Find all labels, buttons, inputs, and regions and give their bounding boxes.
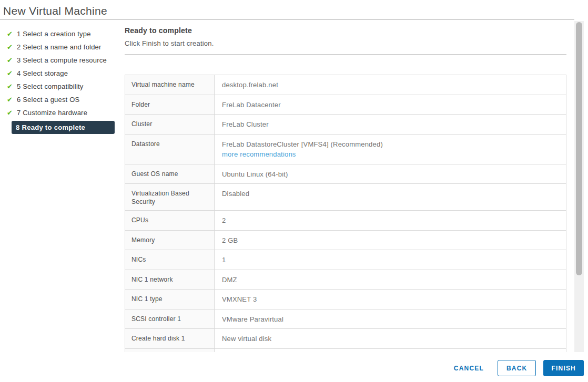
table-row: DatastoreFreLab DatastoreCluster [VMFS4]… (125, 135, 566, 164)
table-row: ClusterFreLab Cluster (125, 115, 566, 135)
step-item[interactable]: ✔2 Select a name and folder (0, 40, 125, 54)
step-label: 4 Select storage (17, 69, 68, 77)
step-label: 2 Select a name and folder (17, 43, 102, 51)
row-label: Virtual machine name (125, 75, 215, 95)
table-row: FolderFreLab Datacenter (125, 95, 566, 115)
row-label: SCSI controller 1 (125, 309, 215, 329)
scrollbar-track[interactable] (574, 21, 584, 352)
check-icon: ✔ (7, 70, 17, 77)
row-label: NICs (125, 250, 215, 270)
row-label: CPUs (125, 211, 215, 230)
row-value: VMware Paravirtual (215, 309, 566, 329)
row-label: Cluster (125, 115, 215, 134)
row-value-text: Ubuntu Linux (64-bit) (222, 170, 288, 178)
row-value-text: VMware Paravirtual (222, 315, 283, 323)
step-item[interactable]: ✔4 Select storage (0, 67, 125, 80)
step-item[interactable]: ✔3 Select a compute resource (0, 54, 125, 67)
row-value: Disabled (215, 184, 566, 210)
row-value-text: DMZ (222, 276, 237, 284)
row-value-text: Disabled (222, 190, 249, 198)
table-row: Guest OS nameUbuntu Linux (64-bit) (125, 164, 566, 184)
table-row: Memory2 GB (125, 231, 566, 251)
table-row: Capacity30 GB (125, 349, 566, 352)
row-value: FreLab Cluster (215, 115, 566, 134)
panel-heading: Ready to complete (125, 26, 566, 35)
row-value: Ubuntu Linux (64-bit) (215, 164, 566, 184)
row-value-text: FreLab Cluster (222, 120, 269, 128)
row-value: 2 (215, 211, 566, 230)
row-value: 2 GB (215, 231, 566, 250)
table-row: Virtual machine namedesktop.frelab.net (125, 75, 566, 95)
row-label: Guest OS name (125, 164, 215, 184)
step-label: 6 Select a guest OS (17, 96, 79, 104)
table-row: Virtualization Based SecurityDisabled (125, 184, 566, 211)
step-label: 5 Select compatibility (17, 82, 84, 90)
row-value: FreLab DatastoreCluster [VMFS4] (Recomme… (215, 135, 566, 164)
ready-to-complete-panel: Ready to complete Click Finish to start … (125, 26, 566, 352)
finish-button[interactable]: FINISH (543, 360, 584, 376)
step-item[interactable]: ✔1 Select a creation type (0, 27, 125, 40)
summary-table: Virtual machine namedesktop.frelab.netFo… (125, 75, 566, 352)
row-value: desktop.frelab.net (215, 75, 566, 95)
table-row: NICs1 (125, 250, 566, 270)
row-label: Create hard disk 1 (125, 329, 215, 348)
check-icon: ✔ (7, 96, 17, 103)
table-row: CPUs2 (125, 211, 566, 231)
cancel-button[interactable]: CANCEL (448, 360, 490, 376)
table-row: NIC 1 networkDMZ (125, 270, 566, 290)
step-label: 3 Select a compute resource (17, 56, 107, 64)
row-value: DMZ (215, 270, 566, 290)
back-button[interactable]: BACK (498, 360, 536, 376)
wizard-footer: CANCEL BACK FINISH (448, 360, 584, 376)
row-label: Memory (125, 231, 215, 250)
check-icon: ✔ (7, 109, 17, 116)
row-value-text: 2 GB (222, 236, 238, 244)
row-label: Capacity (125, 349, 215, 352)
row-value: New virtual disk (215, 329, 566, 348)
row-label: Datastore (125, 135, 215, 164)
table-row: SCSI controller 1VMware Paravirtual (125, 309, 566, 329)
check-icon: ✔ (7, 83, 17, 90)
row-value: FreLab Datacenter (215, 95, 566, 115)
table-row: Create hard disk 1New virtual disk (125, 329, 566, 349)
row-label: NIC 1 type (125, 290, 215, 309)
check-icon: ✔ (7, 44, 17, 50)
row-value-text: desktop.frelab.net (222, 81, 278, 89)
row-value-text: New virtual disk (222, 335, 271, 343)
row-value-text: FreLab DatastoreCluster [VMFS4] (Recomme… (222, 140, 383, 148)
panel-subheading: Click Finish to start creation. (125, 39, 566, 47)
row-value-text: 2 (222, 216, 226, 224)
table-row: NIC 1 typeVMXNET 3 (125, 290, 566, 309)
step-label: 1 Select a creation type (17, 30, 91, 38)
row-value: 1 (215, 250, 566, 270)
row-label: Folder (125, 95, 215, 115)
row-value-text: VMXNET 3 (222, 295, 257, 303)
more-recommendations-link[interactable]: more recommendations (222, 150, 296, 158)
wizard-steps: ✔1 Select a creation type✔2 Select a nam… (0, 27, 125, 134)
scrollbar-thumb[interactable] (576, 22, 582, 275)
step-item-active[interactable]: 8 Ready to complete (12, 121, 115, 134)
step-item[interactable]: ✔5 Select compatibility (0, 80, 125, 93)
row-value: 30 GB (215, 349, 566, 352)
check-icon: ✔ (7, 30, 17, 37)
step-item[interactable]: ✔6 Select a guest OS (0, 93, 125, 106)
row-value-text: 1 (222, 256, 226, 264)
page-title: New Virtual Machine (3, 5, 107, 17)
row-label: Virtualization Based Security (125, 184, 215, 210)
step-label: 7 Customize hardware (17, 109, 87, 117)
row-value-text: FreLab Datacenter (222, 101, 281, 109)
row-label: NIC 1 network (125, 270, 215, 290)
step-item[interactable]: ✔7 Customize hardware (0, 106, 125, 119)
row-value: VMXNET 3 (215, 290, 566, 309)
check-icon: ✔ (7, 57, 17, 64)
panel-divider (125, 54, 566, 55)
title-divider (0, 19, 574, 19)
